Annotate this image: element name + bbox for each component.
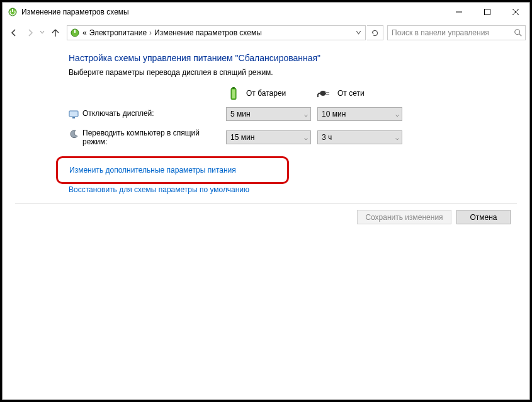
highlight-box: Изменить дополнительные параметры питани… <box>56 156 289 184</box>
cancel-button[interactable]: Отмена <box>456 210 511 224</box>
svg-rect-12 <box>232 89 235 98</box>
chevron-down-icon: ⌵ <box>395 111 399 118</box>
svg-point-8 <box>515 30 520 35</box>
moon-icon <box>69 129 79 139</box>
refresh-button[interactable] <box>367 25 383 40</box>
battery-icon <box>226 86 241 101</box>
minimize-button[interactable] <box>444 3 473 21</box>
power-options-icon <box>8 7 18 17</box>
window-title: Изменение параметров схемы <box>21 8 129 16</box>
save-button: Сохранить изменения <box>357 210 451 224</box>
sleep-ac-value: 3 ч <box>322 133 395 142</box>
breadcrumb-power[interactable]: Электропитание <box>89 28 147 37</box>
address-dropdown-button[interactable] <box>353 28 364 37</box>
row-sleep-label: Переводить компьютер в спящий режим: <box>82 129 226 146</box>
row-sleep: Переводить компьютер в спящий режим: 15 … <box>69 129 504 146</box>
svg-rect-3 <box>484 9 490 15</box>
content: Настройка схемы управления питанием "Сба… <box>3 44 529 399</box>
plug-icon <box>317 86 332 101</box>
chevron-down-icon: ⌵ <box>304 111 308 118</box>
svg-rect-16 <box>69 111 78 117</box>
row-display-off-label: Отключать дисплей: <box>82 109 154 118</box>
chevron-down-icon: ⌵ <box>304 134 308 141</box>
window: Изменение параметров схемы <box>2 2 530 400</box>
page-subtitle: Выберите параметры перевода дисплея в сп… <box>69 68 504 77</box>
address-bar[interactable]: « Электропитание › Изменение параметров … <box>67 25 366 40</box>
display-off-ac-value: 10 мин <box>322 110 395 118</box>
sleep-ac-combo[interactable]: 3 ч ⌵ <box>317 130 402 144</box>
svg-rect-7 <box>74 30 76 33</box>
chevron-right-icon[interactable]: › <box>147 28 154 37</box>
search-icon <box>514 28 523 37</box>
sleep-battery-combo[interactable]: 15 мин ⌵ <box>226 130 311 144</box>
footer-buttons: Сохранить изменения Отмена <box>3 204 529 224</box>
search-box[interactable] <box>387 25 526 40</box>
column-ac: От сети <box>317 86 409 101</box>
nav-up-button[interactable] <box>48 25 63 40</box>
display-off-battery-combo[interactable]: 5 мин ⌵ <box>226 107 311 121</box>
advanced-settings-link[interactable]: Изменить дополнительные параметры питани… <box>69 166 236 175</box>
display-off-battery-value: 5 мин <box>230 110 304 118</box>
titlebar: Изменение параметров схемы <box>3 3 529 21</box>
nav-back-button[interactable] <box>6 25 21 40</box>
chevron-down-icon: ⌵ <box>395 134 399 141</box>
sleep-battery-value: 15 мин <box>230 133 304 142</box>
restore-defaults-link[interactable]: Восстановить для схемы параметры по умол… <box>69 185 249 194</box>
svg-point-13 <box>320 91 326 96</box>
nav-forward-button[interactable] <box>23 25 38 40</box>
power-options-icon <box>70 28 80 38</box>
nav-row: « Электропитание › Изменение параметров … <box>3 21 529 44</box>
column-battery-label: От батареи <box>246 89 286 98</box>
breadcrumb-edit-plan[interactable]: Изменение параметров схемы <box>154 28 262 37</box>
row-display-off: Отключать дисплей: 5 мин ⌵ 10 мин ⌵ <box>69 107 504 121</box>
svg-rect-11 <box>232 87 235 89</box>
display-off-ac-combo[interactable]: 10 мин ⌵ <box>317 107 402 121</box>
svg-rect-14 <box>325 92 329 93</box>
breadcrumb-prefix: « <box>82 28 87 37</box>
column-ac-label: От сети <box>337 89 365 98</box>
maximize-button[interactable] <box>473 3 501 21</box>
close-button[interactable] <box>501 3 529 21</box>
window-controls <box>444 3 529 21</box>
svg-rect-1 <box>12 9 13 12</box>
svg-rect-15 <box>325 94 329 95</box>
svg-rect-17 <box>72 117 75 118</box>
nav-history-dropdown[interactable] <box>39 30 45 36</box>
column-battery: От батареи <box>226 86 317 101</box>
column-headers: От батареи От сети <box>69 86 504 101</box>
page-title: Настройка схемы управления питанием "Сба… <box>69 53 504 63</box>
search-input[interactable] <box>390 28 514 38</box>
monitor-icon <box>69 110 79 120</box>
svg-line-9 <box>519 34 522 37</box>
